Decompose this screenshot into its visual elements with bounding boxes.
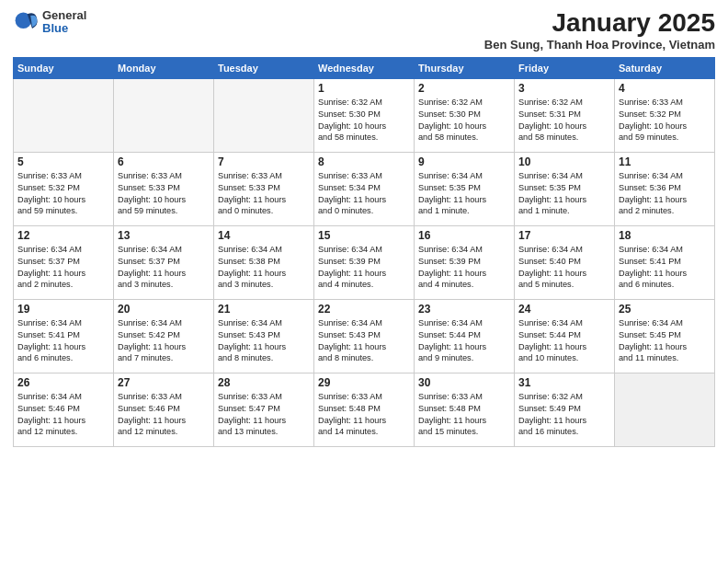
day-number: 8 bbox=[318, 155, 410, 168]
day-number: 27 bbox=[118, 376, 210, 389]
cell-info: Sunrise: 6:34 AM Sunset: 5:41 PM Dayligh… bbox=[619, 244, 711, 292]
day-number: 3 bbox=[518, 82, 610, 95]
calendar-cell: 3Sunrise: 6:32 AM Sunset: 5:31 PM Daylig… bbox=[515, 78, 615, 152]
calendar-cell: 10Sunrise: 6:34 AM Sunset: 5:35 PM Dayli… bbox=[515, 152, 615, 225]
cell-info: Sunrise: 6:34 AM Sunset: 5:40 PM Dayligh… bbox=[518, 244, 610, 292]
cell-info: Sunrise: 6:32 AM Sunset: 5:30 PM Dayligh… bbox=[318, 97, 410, 144]
calendar-cell: 25Sunrise: 6:34 AM Sunset: 5:45 PM Dayli… bbox=[615, 299, 715, 373]
calendar-cell: 29Sunrise: 6:33 AM Sunset: 5:48 PM Dayli… bbox=[314, 373, 415, 446]
header-sunday: Sunday bbox=[14, 57, 114, 78]
cell-info: Sunrise: 6:33 AM Sunset: 5:33 PM Dayligh… bbox=[218, 170, 310, 218]
week-row-5: 26Sunrise: 6:34 AM Sunset: 5:46 PM Dayli… bbox=[14, 373, 715, 446]
day-number: 15 bbox=[318, 229, 410, 242]
location-text: Ben Sung, Thanh Hoa Province, Vietnam bbox=[484, 38, 715, 52]
cell-info: Sunrise: 6:34 AM Sunset: 5:43 PM Dayligh… bbox=[318, 317, 410, 365]
calendar-cell: 13Sunrise: 6:34 AM Sunset: 5:37 PM Dayli… bbox=[114, 225, 214, 299]
header-monday: Monday bbox=[114, 57, 214, 78]
calendar-cell: 21Sunrise: 6:34 AM Sunset: 5:43 PM Dayli… bbox=[214, 299, 314, 373]
day-number: 13 bbox=[118, 229, 210, 242]
calendar-cell: 15Sunrise: 6:34 AM Sunset: 5:39 PM Dayli… bbox=[314, 225, 415, 299]
logo-icon bbox=[13, 9, 39, 35]
calendar-cell: 18Sunrise: 6:34 AM Sunset: 5:41 PM Dayli… bbox=[615, 225, 715, 299]
calendar-cell: 14Sunrise: 6:34 AM Sunset: 5:38 PM Dayli… bbox=[214, 225, 314, 299]
day-number: 19 bbox=[17, 303, 109, 316]
cell-info: Sunrise: 6:33 AM Sunset: 5:47 PM Dayligh… bbox=[218, 391, 310, 439]
day-number: 9 bbox=[418, 155, 510, 168]
cell-info: Sunrise: 6:34 AM Sunset: 5:41 PM Dayligh… bbox=[17, 317, 109, 365]
header-thursday: Thursday bbox=[415, 57, 515, 78]
cell-info: Sunrise: 6:34 AM Sunset: 5:38 PM Dayligh… bbox=[218, 244, 310, 292]
cell-info: Sunrise: 6:34 AM Sunset: 5:44 PM Dayligh… bbox=[518, 317, 610, 365]
cell-info: Sunrise: 6:33 AM Sunset: 5:48 PM Dayligh… bbox=[318, 391, 410, 439]
calendar-cell: 4Sunrise: 6:33 AM Sunset: 5:32 PM Daylig… bbox=[615, 78, 715, 152]
calendar-cell bbox=[615, 373, 715, 446]
calendar-cell bbox=[214, 78, 314, 152]
day-number: 6 bbox=[118, 155, 210, 168]
day-number: 18 bbox=[619, 229, 711, 242]
month-title: January 2025 bbox=[484, 9, 715, 38]
cell-info: Sunrise: 6:34 AM Sunset: 5:36 PM Dayligh… bbox=[619, 170, 711, 218]
calendar-cell: 24Sunrise: 6:34 AM Sunset: 5:44 PM Dayli… bbox=[515, 299, 615, 373]
day-number: 2 bbox=[418, 82, 510, 95]
cell-info: Sunrise: 6:33 AM Sunset: 5:32 PM Dayligh… bbox=[17, 170, 109, 218]
calendar-cell: 31Sunrise: 6:32 AM Sunset: 5:49 PM Dayli… bbox=[515, 373, 615, 446]
cell-info: Sunrise: 6:34 AM Sunset: 5:37 PM Dayligh… bbox=[118, 244, 210, 292]
header-wednesday: Wednesday bbox=[314, 57, 415, 78]
calendar-cell: 22Sunrise: 6:34 AM Sunset: 5:43 PM Dayli… bbox=[314, 299, 415, 373]
cell-info: Sunrise: 6:33 AM Sunset: 5:48 PM Dayligh… bbox=[418, 391, 510, 439]
logo: General Blue bbox=[13, 9, 86, 36]
logo-blue-text: Blue bbox=[42, 22, 86, 35]
cell-info: Sunrise: 6:34 AM Sunset: 5:35 PM Dayligh… bbox=[518, 170, 610, 218]
cell-info: Sunrise: 6:34 AM Sunset: 5:43 PM Dayligh… bbox=[218, 317, 310, 365]
calendar-cell: 19Sunrise: 6:34 AM Sunset: 5:41 PM Dayli… bbox=[14, 299, 114, 373]
cell-info: Sunrise: 6:34 AM Sunset: 5:45 PM Dayligh… bbox=[619, 317, 711, 365]
calendar-cell: 28Sunrise: 6:33 AM Sunset: 5:47 PM Dayli… bbox=[214, 373, 314, 446]
day-number: 30 bbox=[418, 376, 510, 389]
cell-info: Sunrise: 6:34 AM Sunset: 5:39 PM Dayligh… bbox=[318, 244, 410, 292]
calendar-cell: 1Sunrise: 6:32 AM Sunset: 5:30 PM Daylig… bbox=[314, 78, 415, 152]
day-number: 14 bbox=[218, 229, 310, 242]
week-row-3: 12Sunrise: 6:34 AM Sunset: 5:37 PM Dayli… bbox=[14, 225, 715, 299]
day-number: 11 bbox=[619, 155, 711, 168]
cell-info: Sunrise: 6:33 AM Sunset: 5:34 PM Dayligh… bbox=[318, 170, 410, 218]
day-number: 28 bbox=[218, 376, 310, 389]
day-number: 22 bbox=[318, 303, 410, 316]
calendar-cell: 30Sunrise: 6:33 AM Sunset: 5:48 PM Dayli… bbox=[415, 373, 515, 446]
calendar-cell: 8Sunrise: 6:33 AM Sunset: 5:34 PM Daylig… bbox=[314, 152, 415, 225]
cell-info: Sunrise: 6:34 AM Sunset: 5:44 PM Dayligh… bbox=[418, 317, 510, 365]
day-number: 29 bbox=[318, 376, 410, 389]
header: General Blue January 2025 Ben Sung, Than… bbox=[13, 9, 715, 52]
cell-info: Sunrise: 6:33 AM Sunset: 5:32 PM Dayligh… bbox=[619, 97, 711, 144]
title-area: January 2025 Ben Sung, Thanh Hoa Provinc… bbox=[484, 9, 715, 52]
day-number: 4 bbox=[619, 82, 711, 95]
calendar-cell: 27Sunrise: 6:33 AM Sunset: 5:46 PM Dayli… bbox=[114, 373, 214, 446]
calendar-cell: 16Sunrise: 6:34 AM Sunset: 5:39 PM Dayli… bbox=[415, 225, 515, 299]
day-number: 10 bbox=[518, 155, 610, 168]
week-row-2: 5Sunrise: 6:33 AM Sunset: 5:32 PM Daylig… bbox=[14, 152, 715, 225]
day-number: 23 bbox=[418, 303, 510, 316]
calendar-cell: 5Sunrise: 6:33 AM Sunset: 5:32 PM Daylig… bbox=[14, 152, 114, 225]
cell-info: Sunrise: 6:33 AM Sunset: 5:46 PM Dayligh… bbox=[118, 391, 210, 439]
day-number: 16 bbox=[418, 229, 510, 242]
day-number: 20 bbox=[118, 303, 210, 316]
day-number: 12 bbox=[17, 229, 109, 242]
calendar-cell: 11Sunrise: 6:34 AM Sunset: 5:36 PM Dayli… bbox=[615, 152, 715, 225]
cell-info: Sunrise: 6:34 AM Sunset: 5:46 PM Dayligh… bbox=[17, 391, 109, 439]
calendar-cell: 6Sunrise: 6:33 AM Sunset: 5:33 PM Daylig… bbox=[114, 152, 214, 225]
header-saturday: Saturday bbox=[615, 57, 715, 78]
cell-info: Sunrise: 6:34 AM Sunset: 5:39 PM Dayligh… bbox=[418, 244, 510, 292]
calendar-cell: 23Sunrise: 6:34 AM Sunset: 5:44 PM Dayli… bbox=[415, 299, 515, 373]
calendar-cell: 2Sunrise: 6:32 AM Sunset: 5:30 PM Daylig… bbox=[415, 78, 515, 152]
cell-info: Sunrise: 6:34 AM Sunset: 5:42 PM Dayligh… bbox=[118, 317, 210, 365]
page-container: General Blue January 2025 Ben Sung, Than… bbox=[0, 0, 728, 454]
header-tuesday: Tuesday bbox=[214, 57, 314, 78]
cell-info: Sunrise: 6:34 AM Sunset: 5:37 PM Dayligh… bbox=[17, 244, 109, 292]
cell-info: Sunrise: 6:34 AM Sunset: 5:35 PM Dayligh… bbox=[418, 170, 510, 218]
calendar-cell bbox=[114, 78, 214, 152]
calendar-cell: 9Sunrise: 6:34 AM Sunset: 5:35 PM Daylig… bbox=[415, 152, 515, 225]
calendar-table: Sunday Monday Tuesday Wednesday Thursday… bbox=[13, 57, 715, 447]
cell-info: Sunrise: 6:32 AM Sunset: 5:30 PM Dayligh… bbox=[418, 97, 510, 144]
header-friday: Friday bbox=[515, 57, 615, 78]
calendar-cell: 12Sunrise: 6:34 AM Sunset: 5:37 PM Dayli… bbox=[14, 225, 114, 299]
cell-info: Sunrise: 6:33 AM Sunset: 5:33 PM Dayligh… bbox=[118, 170, 210, 218]
